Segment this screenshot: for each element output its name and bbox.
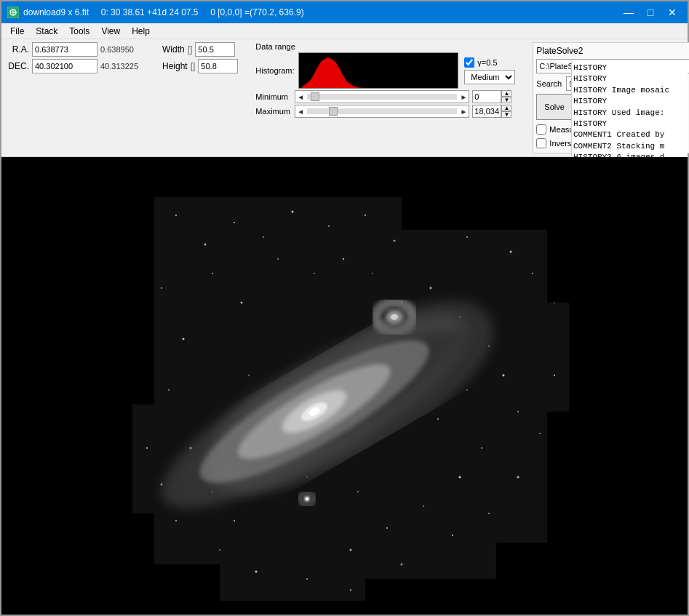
gamma-row: γ=0.5 — [464, 57, 515, 68]
title-bar: download9 x 6.fit 0: 30 38.61 +41d 24 07… — [1, 1, 688, 23]
svg-point-23 — [161, 287, 162, 289]
svg-point-40 — [241, 302, 243, 304]
svg-point-25 — [168, 389, 170, 391]
height-row: Height [] — [162, 59, 238, 73]
svg-point-37 — [539, 433, 541, 434]
svg-point-64 — [466, 389, 468, 391]
ra-row: R.A. 0.638950 — [6, 42, 148, 57]
max-down-btn[interactable]: ▼ — [501, 111, 511, 118]
svg-point-30 — [255, 571, 258, 573]
svg-point-12 — [234, 222, 235, 223]
inverse-wheel-checkbox[interactable] — [536, 138, 546, 148]
min-down-btn[interactable]: ▼ — [501, 97, 511, 103]
svg-point-52 — [386, 527, 388, 529]
svg-point-15 — [328, 225, 330, 227]
minimum-slider[interactable]: ◄ ► — [295, 90, 469, 103]
svg-point-21 — [532, 273, 533, 274]
svg-point-47 — [517, 411, 519, 412]
gamma-label: γ=0.5 — [477, 58, 497, 67]
max-spinner-btns: ▲ ▼ — [501, 105, 511, 118]
min-arrow-right[interactable]: ► — [460, 93, 467, 101]
dec-input[interactable] — [32, 59, 97, 73]
ps-search-label: Search — [536, 79, 562, 88]
menu-stack[interactable]: Stack — [30, 25, 63, 38]
svg-point-50 — [234, 520, 235, 521]
window-title: download9 x 6.fit 0: 30 38.61 +41d 24 07… — [23, 7, 619, 17]
histogram-canvas — [298, 52, 458, 89]
min-value-input[interactable] — [472, 90, 501, 103]
close-button[interactable]: ✕ — [663, 5, 682, 20]
maximize-button[interactable]: □ — [641, 5, 660, 20]
svg-point-58 — [372, 273, 373, 274]
width-bracket: [] — [188, 44, 193, 55]
ra-label: R.A. — [6, 44, 29, 55]
svg-point-43 — [430, 287, 432, 289]
svg-point-35 — [488, 513, 490, 514]
height-bracket: [] — [191, 61, 196, 71]
svg-point-41 — [277, 258, 279, 260]
histogram-row: Histogram: γ=0.5 — [255, 52, 515, 89]
dec-display: 40.313225 — [100, 62, 148, 71]
maximum-slider[interactable]: ◄ ► — [295, 105, 469, 118]
fits-line-0: HISTORY — [573, 63, 686, 73]
ra-input[interactable] — [32, 42, 97, 57]
menu-file[interactable]: File — [4, 25, 30, 38]
svg-point-62 — [357, 491, 359, 492]
app-icon — [7, 7, 19, 18]
max-value-input[interactable] — [472, 105, 501, 118]
svg-point-13 — [263, 236, 264, 238]
svg-point-57 — [343, 258, 344, 260]
min-thumb[interactable] — [311, 92, 319, 101]
svg-point-39 — [212, 273, 213, 274]
toolbar: R.A. 0.638950 DEC. 40.313225 Width [] — [1, 39, 688, 157]
dec-label: DEC. — [6, 61, 29, 71]
svg-point-46 — [503, 375, 505, 377]
svg-point-19 — [466, 236, 468, 238]
svg-point-55 — [481, 447, 482, 449]
width-input[interactable] — [195, 42, 235, 57]
svg-point-53 — [423, 505, 424, 507]
fits-line-7: COMMENT2 Stacking m — [573, 141, 686, 152]
svg-point-14 — [292, 211, 294, 213]
min-track — [307, 94, 457, 100]
platesolve-title: PlateSolve2 — [536, 46, 689, 56]
solve-button[interactable]: Solve — [536, 94, 573, 120]
fits-line-1: HISTORY — [573, 73, 686, 84]
svg-point-54 — [459, 476, 461, 479]
menu-tools[interactable]: Tools — [63, 25, 95, 38]
galaxy-image — [1, 157, 688, 601]
max-arrow-left[interactable]: ◄ — [297, 108, 304, 116]
min-arrow-left[interactable]: ◄ — [297, 93, 304, 101]
svg-point-34 — [452, 535, 453, 536]
min-spinner: ▲ ▼ — [472, 90, 511, 103]
width-row: Width [] — [162, 42, 238, 57]
maximum-label: Maximum — [255, 107, 292, 116]
fits-line-4: HISTORY Used image: — [573, 108, 686, 119]
max-spinner: ▲ ▼ — [472, 105, 511, 118]
height-input[interactable] — [198, 59, 238, 73]
svg-point-24 — [183, 338, 185, 340]
svg-point-26 — [146, 447, 148, 449]
max-up-btn[interactable]: ▲ — [501, 105, 511, 111]
max-arrow-right[interactable]: ► — [460, 108, 467, 116]
measure-dss-checkbox[interactable] — [536, 124, 546, 135]
svg-point-33 — [401, 564, 403, 566]
menu-help[interactable]: Help — [126, 25, 156, 38]
gamma-checkbox[interactable] — [464, 57, 474, 68]
minimum-label: Minimum — [255, 92, 292, 101]
fits-line-5: HISTORY — [573, 119, 686, 129]
svg-point-77 — [306, 497, 308, 500]
max-track — [307, 108, 457, 114]
medium-select[interactable]: Medium Low High — [464, 70, 515, 84]
min-up-btn[interactable]: ▲ — [501, 90, 511, 97]
min-spinner-btns: ▲ ▼ — [501, 90, 511, 103]
minimize-button[interactable]: — — [619, 5, 638, 20]
image-area[interactable] — [1, 157, 688, 615]
fits-line-3: HISTORY — [573, 96, 686, 107]
svg-point-36 — [517, 476, 519, 479]
svg-point-51 — [350, 549, 352, 551]
menu-view[interactable]: View — [95, 25, 126, 38]
max-thumb[interactable] — [329, 107, 338, 116]
window-controls: — □ ✕ — [619, 5, 682, 20]
data-range-label: Data range — [255, 42, 295, 51]
